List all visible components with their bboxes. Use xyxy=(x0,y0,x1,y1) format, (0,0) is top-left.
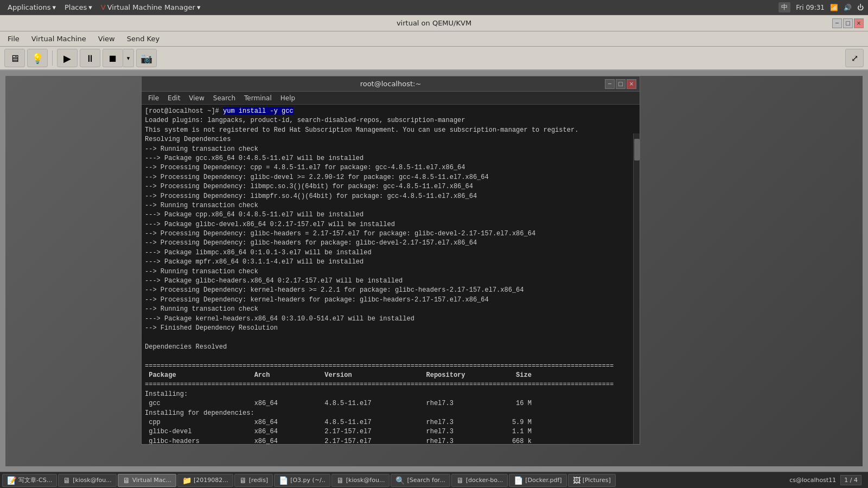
terminal-titlebar: root@localhost:~ − □ × xyxy=(142,76,640,92)
taskbar-item-dockerpdf[interactable]: 📄 [Docker.pdf] xyxy=(509,474,566,487)
taskbar-label-dockerpdf: [Docker.pdf] xyxy=(525,477,561,484)
vmm-virtualmachine-menu[interactable]: Virtual Machine xyxy=(26,33,92,44)
virt-maximize-button[interactable]: □ xyxy=(843,18,853,28)
terminal-window: root@localhost:~ − □ × File Edit View Se… xyxy=(141,76,640,445)
taskbar-item-wenzhang[interactable]: 📝 写文章-CS... xyxy=(2,474,57,487)
virt-close-button[interactable]: × xyxy=(854,18,864,28)
output-line-3: Resolving Dependencies xyxy=(145,135,636,144)
toolbar-fullscreen-button[interactable]: ⤢ xyxy=(845,49,864,67)
terminal-file-menu[interactable]: File xyxy=(144,93,163,103)
terminal-search-menu[interactable]: Search xyxy=(209,93,240,103)
vmm-view-menu[interactable]: View xyxy=(93,33,120,44)
taskbar-item-dockerbo[interactable]: 🖥 [docker-bo... xyxy=(451,474,508,487)
taskbar-item-2019082[interactable]: 📁 [2019082... xyxy=(177,474,233,487)
taskbar-icon-redis: 🖥 xyxy=(239,476,247,485)
places-menu[interactable]: Places ▾ xyxy=(61,2,95,12)
terminal-menubar: File Edit View Search Terminal Help xyxy=(142,92,640,105)
separator-2: ========================================… xyxy=(145,380,636,389)
taskbar-item-pictures[interactable]: 🖼 [Pictures] xyxy=(568,474,616,487)
output-line-6: --> Processing Dependency: cpp = 4.8.5-1… xyxy=(145,163,636,172)
scrollbar-thumb[interactable] xyxy=(634,139,640,160)
output-line-9: --> Processing Dependency: libmpfr.so.4(… xyxy=(145,192,636,201)
glibc-devel-row: glibc-devel x86_64 2.17-157.el7 rhel7.3 … xyxy=(145,427,636,436)
table-header-row: Package Arch Version Repository Size xyxy=(145,371,636,380)
taskbar-label-virtmac: Virtual Mac... xyxy=(132,477,171,484)
output-deps-resolved: Dependencies Resolved xyxy=(145,343,636,352)
vmm-toolbar: 🖥 💡 ▶ ⏸ ⏹ ▾ 📷 ⤢ xyxy=(0,47,868,70)
taskbar-item-kiosk2[interactable]: 🖥 [kiosk@fou... xyxy=(331,474,390,487)
places-arrow: ▾ xyxy=(88,3,92,11)
output-line-1: Loaded plugins: langpacks, product-id, s… xyxy=(145,116,636,125)
virt-manager-menu[interactable]: V Virtual Machine Manager ▾ xyxy=(98,2,204,12)
virt-window-controls: − □ × xyxy=(832,18,864,28)
cpp-package-row: cpp x86_64 4.8.5-11.el7 rhel7.3 5.9 M xyxy=(145,418,636,427)
vmm-menubar: File Virtual Machine View Send Key xyxy=(0,31,868,47)
main-content-area: root@localhost:~ − □ × File Edit View Se… xyxy=(0,70,868,472)
toolbar-stop-expand[interactable]: ▾ xyxy=(123,49,134,67)
top-bar-left: Applications ▾ Places ▾ V Virtual Machin… xyxy=(4,2,203,12)
output-line-8: --> Processing Dependency: libmpc.so.3()… xyxy=(145,182,636,191)
taskbar-right: cs@localhost11 1 / 4 xyxy=(789,475,866,485)
toolbar-pause-button[interactable]: ⏸ xyxy=(80,49,100,67)
toolbar-snapshot-button[interactable]: 📷 xyxy=(136,49,157,67)
virt-minimize-button[interactable]: − xyxy=(832,18,842,28)
taskbar-label-wenzhang: 写文章-CS... xyxy=(18,476,52,484)
toolbar-play-button[interactable]: ▶ xyxy=(57,49,78,67)
taskbar-icon-kiosk1: 🖥 xyxy=(63,476,71,485)
taskbar-item-search[interactable]: 🔍 [Search for... xyxy=(391,474,450,487)
terminal-help-menu[interactable]: Help xyxy=(276,93,299,103)
taskbar-item-redis[interactable]: 🖥 [redis] xyxy=(234,474,273,487)
gcc-package-row: gcc x86_64 4.8.5-11.el7 rhel7.3 16 M xyxy=(145,399,636,408)
terminal-scrollbar[interactable] xyxy=(633,133,640,444)
taskbar-label-pictures: [Pictures] xyxy=(583,477,611,484)
toolbar-info-button[interactable]: 💡 xyxy=(27,49,48,67)
output-line-10: --> Running transaction check xyxy=(145,201,636,210)
vmm-sendkey-menu[interactable]: Send Key xyxy=(122,33,165,44)
terminal-output[interactable]: [root@localhost ~]# yum install -y gcc L… xyxy=(142,105,640,444)
glibc-headers-row: glibc-headers x86_64 2.17-157.el7 rhel7.… xyxy=(145,437,636,444)
output-line-22: ---> Package kernel-headers.x86_64 0:3.1… xyxy=(145,314,636,324)
taskbar-icon-search: 🔍 xyxy=(395,476,405,485)
installing-deps-header: Installing for dependencies: xyxy=(145,409,636,418)
output-line-21: --> Running transaction check xyxy=(145,305,636,314)
output-line-11: ---> Package cpp.x86_64 0:4.8.5-11.el7 w… xyxy=(145,210,636,220)
output-line-15: ---> Package libmpc.x86_64 0:1.0.1-3.el7… xyxy=(145,248,636,258)
terminal-maximize-button[interactable]: □ xyxy=(616,79,626,89)
terminal-terminal-menu[interactable]: Terminal xyxy=(240,93,276,103)
applications-arrow: ▾ xyxy=(52,3,56,11)
prompt-text: [root@localhost ~]# xyxy=(145,107,223,115)
volume-icon[interactable]: 🔊 xyxy=(844,4,852,11)
installing-header: Installing: xyxy=(145,390,636,399)
terminal-minimize-button[interactable]: − xyxy=(605,79,615,89)
datetime-display: Fri 09:31 xyxy=(796,4,825,11)
taskbar-item-virtmac[interactable]: 🖥 Virtual Mac... xyxy=(118,474,176,487)
output-line-14: --> Processing Dependency: glibc-headers… xyxy=(145,239,636,248)
output-line-4: --> Running transaction check xyxy=(145,145,636,154)
applications-label: Applications xyxy=(8,3,50,11)
virt-manager-titlebar: virtual on QEMU/KVM − □ × xyxy=(0,15,868,31)
wifi-icon[interactable]: 📶 xyxy=(830,4,838,11)
taskbar-item-o3py[interactable]: 📄 [O3.py (~/.. xyxy=(274,474,330,487)
taskbar-icon-kiosk2: 🖥 xyxy=(336,476,344,485)
taskbar-item-kiosk1[interactable]: 🖥 [kiosk@fou... xyxy=(58,474,117,487)
terminal-title: root@localhost:~ xyxy=(360,80,422,88)
terminal-close-button[interactable]: × xyxy=(627,79,636,89)
output-line-19: --> Processing Dependency: kernel-header… xyxy=(145,286,636,295)
terminal-edit-menu[interactable]: Edit xyxy=(163,93,184,103)
power-icon[interactable]: ⏻ xyxy=(857,4,864,11)
output-line-7: --> Processing Dependency: glibc-devel >… xyxy=(145,173,636,182)
taskbar-icon-pictures: 🖼 xyxy=(573,476,580,485)
vmm-file-menu[interactable]: File xyxy=(2,33,25,44)
virt-window-title: virtual on QEMU/KVM xyxy=(397,19,471,27)
places-label: Places xyxy=(65,3,87,11)
toolbar-stop-button[interactable]: ⏹ xyxy=(103,49,123,67)
terminal-view-menu[interactable]: View xyxy=(184,93,208,103)
input-method-indicator[interactable]: 中 xyxy=(778,2,790,12)
taskbar-pager[interactable]: 1 / 4 xyxy=(840,475,861,485)
toolbar-stop-group: ⏹ ▾ xyxy=(103,49,134,67)
output-blank-2 xyxy=(145,352,636,361)
applications-menu[interactable]: Applications ▾ xyxy=(4,2,59,12)
toolbar-screen-button[interactable]: 🖥 xyxy=(4,49,25,67)
top-bar-right: 中 Fri 09:31 📶 🔊 ⏻ xyxy=(778,2,864,12)
taskbar-label-redis: [redis] xyxy=(249,477,268,484)
